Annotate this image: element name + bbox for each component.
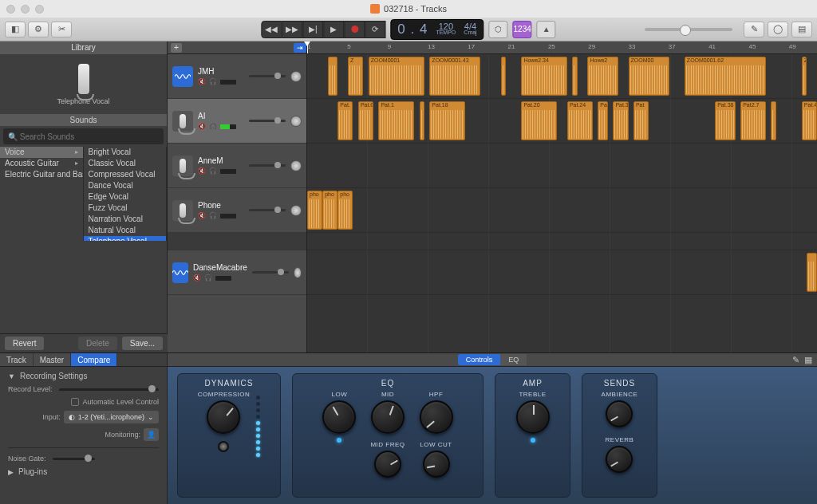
- library-preset-item[interactable]: Narration Vocal: [84, 214, 167, 225]
- noise-gate-slider[interactable]: [53, 458, 95, 460]
- library-save-button[interactable]: Save...: [122, 337, 163, 350]
- knob-mid[interactable]: [371, 400, 405, 434]
- audio-region[interactable]: [501, 57, 506, 96]
- monitoring-button[interactable]: 👤: [144, 428, 159, 441]
- track-header[interactable]: AI🔇🎧: [168, 99, 306, 144]
- audio-region[interactable]: [328, 57, 338, 96]
- media-browser-button[interactable]: ▤: [791, 22, 812, 37]
- audio-region[interactable]: pho: [322, 191, 337, 230]
- track-pan-knob[interactable]: [290, 116, 302, 127]
- play-button[interactable]: ▶: [323, 21, 344, 38]
- audio-region[interactable]: Pat: [633, 101, 649, 140]
- audio-region[interactable]: Howe2: [587, 57, 618, 96]
- track-header[interactable]: DanseMacabre🔇🎧: [168, 250, 306, 295]
- knob-lowcut[interactable]: [423, 451, 450, 478]
- library-preset-item[interactable]: Fuzz Vocal: [84, 203, 167, 214]
- inspector-panel-icon[interactable]: ▦: [804, 355, 812, 365]
- track-lane[interactable]: ZZOOM0001ZOOM0001.43Howe2.34Howe2ZOOM00Z…: [307, 54, 817, 99]
- zoom-window-button[interactable]: [35, 5, 44, 14]
- timeline-ruler[interactable]: 15913172125293337414549: [307, 41, 817, 53]
- smart-controls-toggle-button[interactable]: ⚙: [28, 22, 49, 37]
- close-window-button[interactable]: [6, 5, 15, 14]
- solo-button[interactable]: 🎧: [209, 78, 217, 85]
- audio-region[interactable]: ZOOM0001.43: [429, 57, 480, 96]
- inspector-tab-compare[interactable]: Compare: [71, 353, 117, 366]
- audio-region[interactable]: [420, 101, 424, 140]
- editors-toggle-button[interactable]: ✂: [51, 22, 72, 37]
- audio-region[interactable]: Pat.38: [715, 101, 736, 140]
- library-preset-item[interactable]: Natural Vocal: [84, 225, 167, 236]
- audio-region[interactable]: Pat.1: [378, 101, 414, 140]
- track-volume-slider[interactable]: [249, 164, 286, 167]
- input-select[interactable]: ◐ 1-2 (Yeti...icrophone) ⌄: [64, 411, 159, 423]
- audio-region[interactable]: Pat.24: [567, 101, 593, 140]
- track-volume-slider[interactable]: [249, 75, 286, 77]
- audio-region[interactable]: Pat2.7: [740, 101, 766, 140]
- audio-region[interactable]: Z: [348, 57, 363, 96]
- library-preset-item[interactable]: Compressed Vocal: [84, 169, 167, 180]
- track-header[interactable]: AnneM🔇🎧: [168, 144, 306, 188]
- library-category-item[interactable]: Acoustic Guitar▸: [0, 158, 83, 169]
- mute-button[interactable]: 🔇: [198, 167, 206, 175]
- knob-low[interactable]: [322, 400, 356, 434]
- solo-button[interactable]: 🎧: [209, 167, 217, 175]
- solo-button[interactable]: 🎧: [209, 212, 217, 219]
- lcd-display[interactable]: 0 . 4 120TEMPO 4/4Cmaj: [390, 19, 483, 40]
- track-pan-knob[interactable]: [290, 205, 302, 216]
- audio-region[interactable]: Pat.4: [802, 101, 817, 140]
- mute-button[interactable]: 🔇: [198, 123, 206, 130]
- audio-region[interactable]: Howe2.34: [521, 57, 567, 96]
- knob-ambience[interactable]: [606, 400, 633, 427]
- library-preset-item[interactable]: Edge Vocal: [84, 191, 167, 203]
- audio-region[interactable]: [807, 253, 817, 292]
- audio-region[interactable]: [771, 101, 776, 140]
- audio-region[interactable]: Pat.20: [521, 101, 557, 140]
- audio-region[interactable]: Pat: [598, 101, 608, 140]
- auto-level-checkbox[interactable]: [71, 398, 79, 406]
- audio-region[interactable]: ZOOM0001.62: [685, 57, 766, 96]
- track-pan-knob[interactable]: [294, 267, 302, 278]
- track-pan-knob[interactable]: [290, 160, 302, 171]
- library-search-input[interactable]: 🔍 Search Sounds: [3, 128, 164, 144]
- track-pan-knob[interactable]: [290, 71, 302, 82]
- library-preset-item[interactable]: Dance Vocal: [84, 180, 167, 191]
- track-lane[interactable]: Pat.Pat.6Pat.1Pat.18Pat.20Pat.24PatPat.3…: [307, 99, 817, 144]
- rewind-button[interactable]: ◀◀: [261, 21, 282, 38]
- smart-tab-eq[interactable]: EQ: [500, 354, 527, 365]
- count-in-button[interactable]: 1234: [513, 21, 532, 38]
- library-revert-button[interactable]: Revert: [5, 337, 44, 350]
- notepad-button[interactable]: ✎: [744, 22, 764, 37]
- record-button[interactable]: [344, 21, 365, 38]
- audio-region[interactable]: pho: [307, 191, 322, 230]
- knob-reverb[interactable]: [606, 446, 633, 473]
- inspector-tab-master[interactable]: Master: [34, 353, 72, 366]
- metronome-button[interactable]: ▲: [537, 21, 556, 38]
- audio-region[interactable]: pho: [337, 191, 353, 230]
- minimize-window-button[interactable]: [21, 5, 30, 14]
- library-preset-item[interactable]: Bright Vocal: [84, 147, 167, 158]
- mute-button[interactable]: 🔇: [198, 212, 206, 219]
- track-lane[interactable]: [307, 144, 817, 188]
- audio-region[interactable]: Pat.34: [613, 101, 628, 140]
- solo-button[interactable]: 🎧: [209, 123, 217, 130]
- track-volume-slider[interactable]: [249, 209, 286, 211]
- knob-hpf[interactable]: [420, 400, 453, 434]
- smart-tab-controls[interactable]: Controls: [458, 354, 501, 365]
- audio-region[interactable]: Z: [802, 57, 807, 96]
- forward-button[interactable]: ▶▶: [282, 21, 302, 38]
- knob-midfreq[interactable]: [374, 451, 401, 478]
- track-lane[interactable]: [307, 250, 817, 295]
- loop-browser-button[interactable]: ◯: [768, 22, 788, 37]
- add-track-button[interactable]: +: [171, 43, 182, 53]
- audio-region[interactable]: Pat.18: [429, 101, 465, 140]
- audio-region[interactable]: ZOOM0001: [369, 57, 424, 96]
- master-volume-slider[interactable]: [645, 28, 732, 31]
- cycle-button[interactable]: ⟳: [365, 21, 385, 38]
- track-header[interactable]: Phone🔇🎧: [168, 188, 306, 233]
- library-toggle-button[interactable]: ◧: [5, 22, 26, 37]
- tuner-button[interactable]: ⬡: [489, 21, 508, 38]
- arrange-grid[interactable]: ZZOOM0001ZOOM0001.43Howe2.34Howe2ZOOM00Z…: [307, 54, 817, 352]
- track-volume-slider[interactable]: [249, 120, 286, 122]
- mute-button[interactable]: 🔇: [198, 78, 206, 85]
- track-header[interactable]: JMH🔇🎧: [168, 54, 306, 99]
